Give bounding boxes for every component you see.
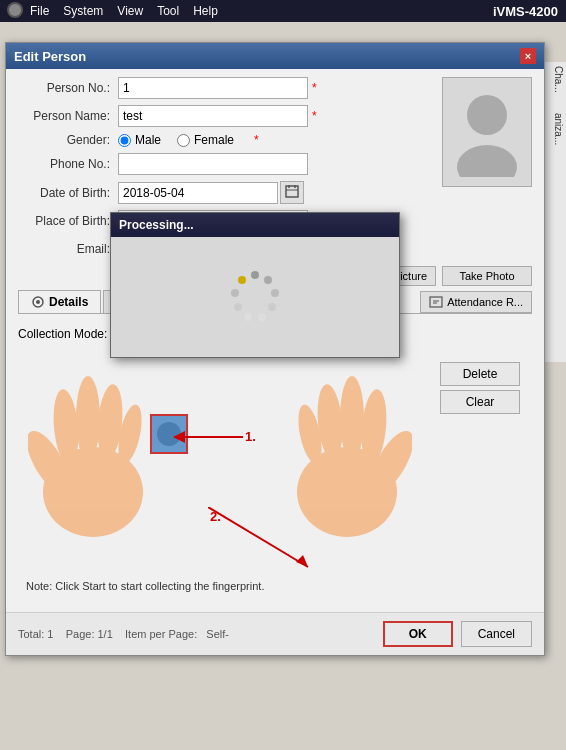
menu-tool[interactable]: Tool bbox=[157, 4, 179, 18]
status-items-per-page: Item per Page: bbox=[125, 628, 197, 640]
gender-female-radio[interactable] bbox=[177, 134, 190, 147]
take-photo-button[interactable]: Take Photo bbox=[442, 266, 532, 286]
svg-text:1.: 1. bbox=[245, 429, 256, 444]
dialog-title: Edit Person bbox=[14, 49, 86, 64]
note-text: Note: Click Start to start collecting th… bbox=[18, 576, 532, 596]
hand-left bbox=[28, 372, 158, 542]
spinner-svg bbox=[225, 267, 285, 327]
tab-details-label: Details bbox=[49, 295, 88, 309]
menu-help[interactable]: Help bbox=[193, 4, 218, 18]
cancel-button[interactable]: Cancel bbox=[461, 621, 532, 647]
processing-body bbox=[111, 237, 399, 357]
tab-content-area: Collection Mode: Stop bbox=[18, 318, 532, 604]
dialog-footer: Total: 1 Page: 1/1 Item per Page: Self- … bbox=[6, 612, 544, 655]
dialog-title-bar: Edit Person × bbox=[6, 43, 544, 69]
person-no-label: Person No.: bbox=[18, 81, 118, 95]
menu-items: File System View Tool Help bbox=[30, 4, 218, 18]
svg-point-23 bbox=[340, 376, 364, 460]
left-hand-svg bbox=[28, 372, 158, 542]
footer-status: Total: 1 Page: 1/1 Item per Page: Self- bbox=[18, 628, 229, 640]
action-buttons: Delete Clear bbox=[440, 362, 520, 414]
svg-point-3 bbox=[457, 145, 517, 177]
svg-point-35 bbox=[268, 303, 276, 311]
gender-male-label: Male bbox=[135, 133, 161, 147]
footer-buttons: OK Cancel bbox=[383, 621, 532, 647]
dob-calendar-button[interactable] bbox=[280, 181, 304, 204]
svg-text:2.: 2. bbox=[210, 509, 221, 524]
main-background: Cha... aniza... Edit Person × Person No.… bbox=[0, 22, 566, 750]
svg-line-29 bbox=[208, 507, 308, 567]
menu-icon bbox=[6, 1, 24, 22]
gender-radio-group: Male Female * bbox=[118, 133, 259, 147]
dob-label: Date of Birth: bbox=[18, 186, 118, 200]
processing-title-text: Processing... bbox=[119, 218, 194, 232]
svg-point-34 bbox=[271, 289, 279, 297]
dialog-close-button[interactable]: × bbox=[520, 48, 536, 64]
gender-female-option[interactable]: Female bbox=[177, 133, 234, 147]
svg-point-40 bbox=[238, 276, 246, 284]
svg-marker-30 bbox=[296, 555, 308, 567]
person-name-input[interactable] bbox=[118, 105, 308, 127]
processing-dialog: Processing... bbox=[110, 212, 400, 358]
svg-point-39 bbox=[231, 289, 239, 297]
person-name-required: * bbox=[312, 109, 317, 123]
tab-details[interactable]: Details bbox=[18, 290, 101, 313]
status-total: Total: 1 bbox=[18, 628, 53, 640]
status-page: Page: 1/1 bbox=[66, 628, 113, 640]
person-name-label: Person Name: bbox=[18, 109, 118, 123]
status-self: Self- bbox=[206, 628, 229, 640]
menu-system[interactable]: System bbox=[63, 4, 103, 18]
svg-point-33 bbox=[264, 276, 272, 284]
clear-button[interactable]: Clear bbox=[440, 390, 520, 414]
ok-button[interactable]: OK bbox=[383, 621, 453, 647]
calendar-icon bbox=[285, 184, 299, 198]
svg-marker-27 bbox=[173, 431, 185, 443]
svg-point-37 bbox=[244, 313, 252, 321]
dob-input[interactable] bbox=[118, 182, 278, 204]
fingerprint-area: 1. 2. Delete Clear bbox=[18, 352, 532, 572]
svg-rect-11 bbox=[430, 297, 442, 307]
svg-point-36 bbox=[258, 313, 266, 321]
menu-file[interactable]: File bbox=[30, 4, 49, 18]
gender-male-radio[interactable] bbox=[118, 134, 131, 147]
svg-rect-4 bbox=[286, 186, 298, 197]
svg-point-1 bbox=[9, 4, 21, 16]
phone-input[interactable] bbox=[118, 153, 308, 175]
profile-avatar-icon bbox=[452, 87, 522, 177]
svg-point-38 bbox=[234, 303, 242, 311]
menu-bar: File System View Tool Help iVMS-4200 bbox=[0, 0, 566, 22]
delete-button[interactable]: Delete bbox=[440, 362, 520, 386]
svg-point-32 bbox=[251, 271, 259, 279]
attendance-icon bbox=[429, 295, 443, 309]
place-of-birth-label: Place of Birth: bbox=[18, 214, 118, 228]
gender-male-option[interactable]: Male bbox=[118, 133, 161, 147]
spinner bbox=[225, 267, 285, 327]
svg-point-17 bbox=[76, 376, 100, 460]
svg-point-2 bbox=[467, 95, 507, 135]
menu-view[interactable]: View bbox=[117, 4, 143, 18]
email-label: Email: bbox=[18, 242, 118, 256]
person-no-required: * bbox=[312, 81, 317, 95]
attendance-button[interactable]: Attendance R... bbox=[420, 291, 532, 313]
svg-point-9 bbox=[36, 300, 40, 304]
person-no-input[interactable] bbox=[118, 77, 308, 99]
processing-title-bar: Processing... bbox=[111, 213, 399, 237]
collection-mode-label: Collection Mode: bbox=[18, 327, 107, 341]
gender-label: Gender: bbox=[18, 133, 118, 147]
gender-required: * bbox=[254, 133, 259, 147]
arrow-1-svg: 1. bbox=[173, 407, 273, 467]
gender-female-label: Female bbox=[194, 133, 234, 147]
gear-icon bbox=[31, 295, 45, 309]
profile-photo-area bbox=[442, 77, 532, 187]
attendance-label: Attendance R... bbox=[447, 296, 523, 308]
app-title: iVMS-4200 bbox=[493, 4, 558, 19]
arrow-2-svg: 2. bbox=[208, 507, 338, 577]
phone-label: Phone No.: bbox=[18, 157, 118, 171]
